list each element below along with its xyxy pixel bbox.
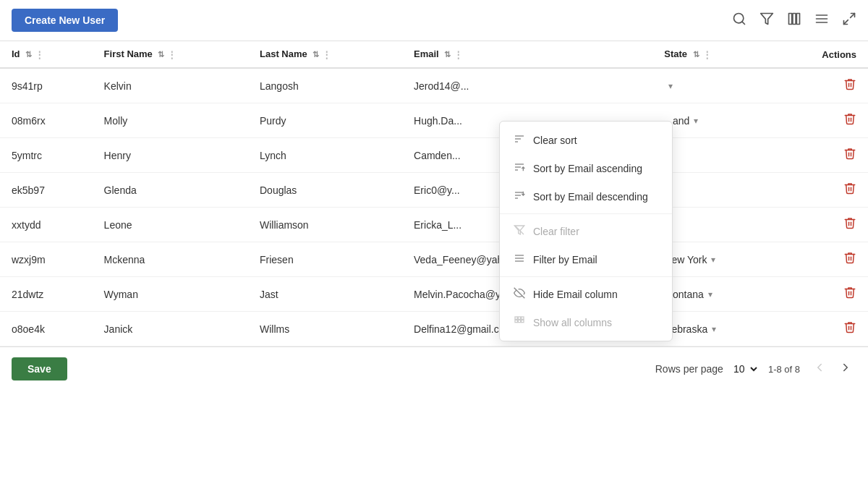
state-sort-icon[interactable]: ⇅ bbox=[693, 50, 699, 59]
dropdown-item-show-all: Show all columns bbox=[500, 308, 672, 336]
cell-first-name: Glenda bbox=[93, 173, 248, 208]
firstname-col-menu-icon[interactable]: ⋮ bbox=[167, 49, 176, 60]
density-icon[interactable] bbox=[814, 12, 829, 30]
email-sort-icon[interactable]: ⇅ bbox=[444, 50, 451, 59]
cell-actions bbox=[775, 173, 868, 208]
dropdown-item-clear-sort[interactable]: Clear sort bbox=[500, 126, 672, 154]
svg-rect-30 bbox=[522, 317, 524, 319]
delete-row-button[interactable] bbox=[843, 147, 856, 163]
filter-icon[interactable] bbox=[760, 12, 774, 30]
cell-last-name: Friesen bbox=[248, 242, 402, 277]
delete-row-button[interactable] bbox=[843, 112, 856, 129]
cell-first-name: Wyman bbox=[93, 277, 248, 312]
cell-actions bbox=[775, 312, 868, 346]
cell-actions bbox=[775, 208, 868, 242]
delete-row-button[interactable] bbox=[843, 320, 856, 337]
cell-last-name: Willms bbox=[248, 312, 402, 346]
table-row: wzxj9m Mckenna Friesen Veda_Feeney@yahoo… bbox=[0, 242, 868, 277]
state-col-menu-icon[interactable]: ⋮ bbox=[702, 49, 712, 60]
save-button[interactable]: Save bbox=[12, 357, 67, 380]
cell-last-name: Langosh bbox=[248, 68, 402, 103]
cell-email: Jerod14@... bbox=[402, 68, 652, 103]
cell-first-name: Kelvin bbox=[93, 68, 248, 103]
dropdown-item-sort-asc[interactable]: Sort by Email ascending bbox=[500, 154, 672, 182]
cell-last-name: Douglas bbox=[248, 173, 402, 208]
cell-actions bbox=[775, 138, 868, 173]
create-new-user-button[interactable]: Create New User bbox=[12, 9, 118, 32]
cell-last-name: Jast bbox=[248, 277, 402, 312]
delete-row-button[interactable] bbox=[843, 251, 856, 268]
table-wrapper: Id ⇅ ⋮ First Name ⇅ ⋮ Last Name bbox=[0, 41, 868, 346]
prev-page-button[interactable] bbox=[809, 360, 830, 379]
svg-rect-32 bbox=[518, 320, 520, 322]
cell-actions bbox=[775, 277, 868, 312]
cell-id: 08m6rx bbox=[0, 103, 93, 138]
state-dropdown-icon[interactable]: ▾ bbox=[708, 289, 712, 299]
dropdown-item-clear-filter: Clear filter bbox=[500, 217, 672, 245]
rows-per-page-select[interactable]: 10 25 50 bbox=[728, 361, 760, 377]
toolbar-icons bbox=[732, 12, 856, 30]
svg-rect-33 bbox=[522, 320, 524, 322]
svg-line-9 bbox=[851, 13, 855, 17]
dropdown-label-hide-col: Hide Email column bbox=[533, 289, 618, 300]
id-col-menu-icon[interactable]: ⋮ bbox=[35, 49, 44, 60]
next-page-button[interactable] bbox=[835, 360, 856, 379]
svg-rect-31 bbox=[515, 320, 517, 322]
col-header-state: State ⇅ ⋮ bbox=[652, 41, 775, 68]
search-icon[interactable] bbox=[732, 12, 746, 30]
toolbar: Create New User bbox=[0, 0, 868, 41]
dropdown-item-sort-desc[interactable]: Sort by Email descending bbox=[500, 182, 672, 211]
page-info: 1-8 of 8 bbox=[768, 364, 800, 375]
id-sort-icon[interactable]: ⇅ bbox=[25, 50, 32, 59]
dropdown-item-hide-col[interactable]: Hide Email column bbox=[500, 280, 672, 308]
dropdown-icon-filter-email bbox=[513, 252, 526, 266]
dropdown-label-filter-email: Filter by Email bbox=[533, 254, 597, 265]
cell-first-name: Mckenna bbox=[93, 242, 248, 277]
cell-first-name: Leone bbox=[93, 208, 248, 242]
state-dropdown-icon[interactable]: ▾ bbox=[712, 324, 716, 334]
cell-first-name: Janick bbox=[93, 312, 248, 346]
dropdown-label-clear-filter: Clear filter bbox=[533, 226, 579, 237]
data-table: Id ⇅ ⋮ First Name ⇅ ⋮ Last Name bbox=[0, 41, 868, 346]
table-row: 21dwtz Wyman Jast Melvin.Pacocha@yahoo.c… bbox=[0, 277, 868, 312]
dropdown-icon-hide-col bbox=[513, 287, 526, 301]
email-col-menu-icon[interactable]: ⋮ bbox=[454, 49, 463, 60]
table-row: 5ymtrc Henry Lynch Camden... ▾ bbox=[0, 138, 868, 173]
col-header-email: Email ⇅ ⋮ bbox=[402, 41, 652, 68]
dropdown-label-sort-desc: Sort by Email descending bbox=[533, 191, 648, 203]
rows-per-page-label: Rows per page bbox=[655, 363, 723, 375]
table-row: ek5b97 Glenda Douglas Eric0@y... ▾ bbox=[0, 173, 868, 208]
state-dropdown-icon[interactable]: ▾ bbox=[694, 116, 698, 126]
cell-first-name: Henry bbox=[93, 138, 248, 173]
cell-id: o8oe4k bbox=[0, 312, 93, 346]
lastname-col-menu-icon[interactable]: ⋮ bbox=[322, 49, 331, 60]
table-row: o8oe4k Janick Willms Delfina12@gmail.com… bbox=[0, 312, 868, 346]
page-navigation bbox=[809, 360, 856, 379]
firstname-sort-icon[interactable]: ⇅ bbox=[158, 50, 164, 59]
col-header-id: Id ⇅ ⋮ bbox=[0, 41, 93, 68]
dropdown-icon-sort-asc bbox=[513, 161, 526, 175]
lastname-sort-icon[interactable]: ⇅ bbox=[312, 50, 319, 59]
state-dropdown-icon[interactable]: ▾ bbox=[668, 81, 673, 91]
col-header-first-name: First Name ⇅ ⋮ bbox=[93, 41, 248, 68]
state-dropdown-icon[interactable]: ▾ bbox=[711, 255, 715, 265]
cell-actions bbox=[775, 68, 868, 103]
svg-rect-4 bbox=[793, 13, 796, 24]
dropdown-item-filter-email[interactable]: Filter by Email bbox=[500, 245, 672, 273]
delete-row-button[interactable] bbox=[843, 286, 856, 302]
pagination: Rows per page 10 25 50 1-8 of 8 bbox=[655, 360, 856, 379]
cell-id: xxtydd bbox=[0, 208, 93, 242]
cell-state: ▾ bbox=[652, 68, 775, 103]
footer: Save Rows per page 10 25 50 1-8 of 8 bbox=[0, 346, 868, 391]
delete-row-button[interactable] bbox=[843, 77, 856, 94]
delete-row-button[interactable] bbox=[843, 182, 856, 198]
fullscreen-icon[interactable] bbox=[842, 12, 856, 30]
delete-row-button[interactable] bbox=[843, 216, 856, 233]
svg-line-22 bbox=[515, 226, 524, 234]
columns-icon[interactable] bbox=[787, 12, 801, 30]
dropdown-icon-sort-desc bbox=[513, 190, 526, 203]
table-row: 9s41rp Kelvin Langosh Jerod14@... ▾ bbox=[0, 68, 868, 103]
dropdown-icon-clear-filter bbox=[513, 224, 526, 238]
svg-rect-28 bbox=[515, 317, 517, 319]
cell-id: 9s41rp bbox=[0, 68, 93, 103]
